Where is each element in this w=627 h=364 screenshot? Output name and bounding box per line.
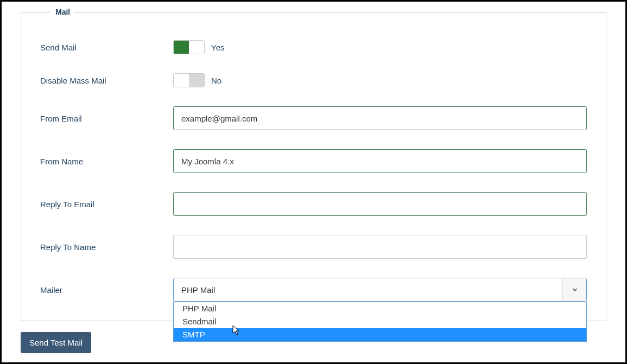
row-from-email: From Email	[40, 106, 587, 130]
label-from-email: From Email	[40, 114, 173, 123]
chevron-down-icon	[562, 278, 586, 301]
label-mailer: Mailer	[40, 285, 173, 295]
option-sendmail[interactable]: Sendmail	[174, 315, 586, 328]
row-disable-mass-mail: Disable Mass Mail No	[40, 73, 587, 87]
send-test-mail-button[interactable]: Send Test Mail	[21, 332, 91, 353]
toggle-send-mail-text: Yes	[211, 43, 224, 52]
option-smtp[interactable]: SMTP	[174, 328, 586, 341]
label-send-mail: Send Mail	[40, 43, 173, 52]
input-reply-to-email[interactable]	[173, 192, 587, 216]
row-from-name: From Name	[40, 149, 587, 173]
toggle-send-mail[interactable]	[173, 40, 205, 54]
label-reply-to-email: Reply To Email	[40, 200, 173, 209]
select-mailer-value: PHP Mail	[181, 285, 215, 295]
dropdown-mailer: PHP Mail Sendmail SMTP	[173, 302, 587, 342]
toggle-disable-mass-mail[interactable]	[173, 73, 205, 87]
fieldset-legend: Mail	[51, 8, 74, 16]
label-disable-mass-mail: Disable Mass Mail	[40, 76, 173, 85]
row-reply-to-email: Reply To Email	[40, 192, 587, 216]
mail-fieldset: Mail Send Mail Yes Disable Mass Mail No …	[21, 12, 606, 321]
row-mailer: Mailer PHP Mail PHP Mail Sendmail SMTP	[40, 278, 587, 302]
input-from-email[interactable]	[173, 106, 587, 130]
row-send-mail: Send Mail Yes	[40, 40, 587, 54]
select-mailer[interactable]: PHP Mail	[173, 278, 587, 302]
option-php-mail[interactable]: PHP Mail	[174, 302, 586, 315]
row-reply-to-name: Reply To Name	[40, 235, 587, 259]
input-from-name[interactable]	[173, 149, 587, 173]
input-reply-to-name[interactable]	[173, 235, 587, 259]
label-reply-to-name: Reply To Name	[40, 242, 173, 252]
toggle-disable-mass-mail-text: No	[211, 76, 221, 85]
label-from-name: From Name	[40, 157, 173, 166]
